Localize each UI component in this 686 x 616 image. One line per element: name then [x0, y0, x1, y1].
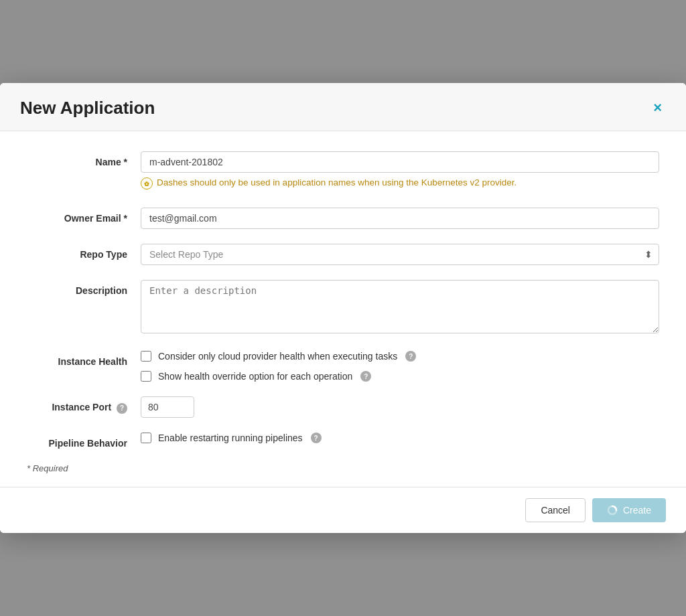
name-label: Name * — [27, 151, 141, 167]
instance-health-control-wrap: Consider only cloud provider health when… — [141, 351, 659, 382]
create-button-label: Create — [623, 505, 651, 516]
repo-type-row: Repo Type Select Repo Type GitHub GitLab… — [27, 244, 659, 265]
restart-pipelines-label: Enable restarting running pipelines — [158, 433, 303, 443]
description-label: Description — [27, 280, 141, 296]
modal-title: New Application — [20, 98, 155, 119]
repo-type-label: Repo Type — [27, 244, 141, 260]
description-row: Description — [27, 280, 659, 336]
required-note: * Required — [27, 463, 659, 473]
repo-type-select[interactable]: Select Repo Type GitHub GitLab Bitbucket — [141, 244, 659, 265]
pipeline-behavior-control-wrap: Enable restarting running pipelines ? — [141, 433, 659, 443]
instance-port-label: Instance Port ? — [27, 396, 141, 414]
cloud-provider-health-checkbox[interactable] — [141, 351, 151, 362]
instance-port-wrap — [141, 396, 659, 418]
checkbox-row-3: Enable restarting running pipelines ? — [141, 433, 659, 443]
health-override-checkbox[interactable] — [141, 371, 151, 382]
checkbox-row-1: Consider only cloud provider health when… — [141, 351, 659, 362]
pipeline-behavior-label: Pipeline Behavior — [27, 433, 141, 449]
instance-health-label: Instance Health — [27, 351, 141, 367]
description-control-wrap — [141, 280, 659, 336]
svg-text:✿: ✿ — [144, 181, 149, 187]
warning-icon: ✿ — [141, 177, 153, 194]
checkbox-row-2: Show health override option for each ope… — [141, 371, 659, 382]
instance-port-label-text: Instance Port — [52, 402, 111, 412]
repo-type-select-wrapper: Select Repo Type GitHub GitLab Bitbucket… — [141, 244, 659, 265]
health-override-help-icon[interactable]: ? — [360, 371, 371, 382]
close-button[interactable]: × — [649, 99, 666, 117]
name-row: Name * ✿ Dashes should only be used in a… — [27, 151, 659, 194]
modal-footer: Cancel Create — [0, 487, 686, 533]
modal-body: Name * ✿ Dashes should only be used in a… — [0, 131, 686, 487]
health-override-label: Show health override option for each ope… — [158, 371, 352, 382]
instance-port-input[interactable] — [141, 396, 194, 418]
cloud-provider-health-label: Consider only cloud provider health when… — [158, 351, 397, 362]
cloud-health-help-icon[interactable]: ? — [405, 351, 416, 362]
pipeline-behavior-row: Pipeline Behavior Enable restarting runn… — [27, 433, 659, 449]
instance-port-row: Instance Port ? — [27, 396, 659, 418]
spinner-icon — [607, 505, 618, 516]
owner-email-input[interactable] — [141, 208, 659, 229]
modal-header: New Application × — [0, 83, 686, 131]
instance-port-control-wrap — [141, 396, 659, 418]
restart-pipelines-checkbox[interactable] — [141, 433, 151, 443]
owner-email-row: Owner Email * — [27, 208, 659, 229]
name-input[interactable] — [141, 151, 659, 173]
name-control-wrap: ✿ Dashes should only be used in applicat… — [141, 151, 659, 194]
create-button[interactable]: Create — [592, 498, 666, 522]
warning-text: Dashes should only be used in applicatio… — [157, 177, 517, 189]
owner-email-control-wrap — [141, 208, 659, 229]
cancel-button[interactable]: Cancel — [525, 498, 586, 522]
instance-health-row: Instance Health Consider only cloud prov… — [27, 351, 659, 382]
repo-type-control-wrap: Select Repo Type GitHub GitLab Bitbucket… — [141, 244, 659, 265]
new-application-modal: New Application × Name * ✿ — [0, 83, 686, 534]
modal-overlay: New Application × Name * ✿ — [0, 0, 686, 616]
instance-port-help-icon[interactable]: ? — [117, 403, 127, 414]
restart-pipelines-help-icon[interactable]: ? — [311, 433, 322, 443]
owner-email-label: Owner Email * — [27, 208, 141, 224]
description-textarea[interactable] — [141, 280, 659, 333]
name-warning: ✿ Dashes should only be used in applicat… — [141, 177, 659, 194]
